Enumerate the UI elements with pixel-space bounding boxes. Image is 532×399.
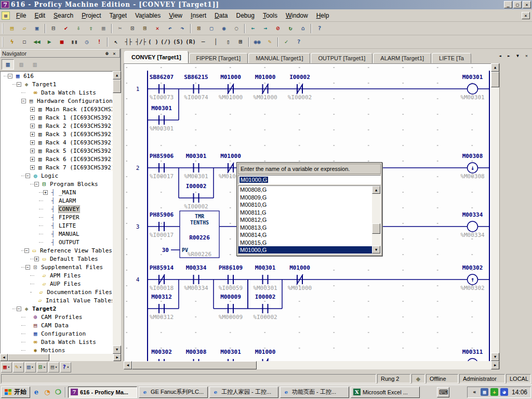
home-icon[interactable]: ⌂ [297, 23, 309, 34]
navigator-hscrollbar[interactable]: ◀ ▶ [0, 354, 121, 361]
scroll-right-icon[interactable]: ▶ [113, 354, 121, 361]
tree-row[interactable]: −◆Target1 [1, 80, 112, 88]
editor-hscrollbar[interactable]: ◀ ▶ [124, 361, 499, 369]
ladder-view-icon[interactable]: ▨ [15, 59, 28, 70]
coil-set-tool-icon[interactable]: (S) [172, 37, 184, 47]
scroll-right-icon[interactable]: ▶ [491, 361, 499, 369]
upload-icon[interactable]: ⇧ [85, 23, 97, 34]
expand-minus-icon[interactable]: − [8, 74, 12, 78]
menu-search[interactable]: Search [49, 10, 77, 21]
expand-minus-icon[interactable]: − [17, 82, 21, 87]
expand-plus-icon[interactable]: + [30, 149, 35, 153]
pointer-tool-icon[interactable]: ↖ [110, 37, 122, 47]
scroll-up-icon[interactable]: ▲ [113, 71, 121, 79]
expand-minus-icon[interactable]: − [24, 248, 29, 253]
call-tool-icon[interactable]: ⊞ [235, 37, 246, 47]
function-block-tool-icon[interactable]: ▯ [222, 37, 234, 47]
variable-name-input[interactable]: M01000,G [238, 175, 381, 184]
tree-row[interactable]: ┤LIFTE [1, 221, 112, 230]
tree-row[interactable]: +▥Rack 3 (IC693CHS392) [1, 130, 112, 138]
scroll-up-icon[interactable]: ▲ [491, 63, 499, 72]
toolbar-grip[interactable] [2, 37, 4, 47]
variable-list-item[interactable]: M00814,G [238, 231, 373, 239]
popup-scrollbar[interactable]: ▲ ▼ [372, 186, 380, 254]
dropdown-arrow-icon[interactable]: ▾ [43, 365, 45, 369]
menu-variables[interactable]: Variables [131, 10, 165, 21]
navigator-vscrollbar[interactable]: ▲ ▼ [113, 71, 121, 354]
expand-minus-icon[interactable]: − [25, 265, 30, 270]
tree-row[interactable]: −⊡Supplemental Files [1, 263, 112, 271]
coil-reset-tool-icon[interactable]: (R) [185, 37, 196, 47]
menu-file[interactable]: File [12, 10, 30, 21]
find-in-blocks-icon[interactable]: ◉◉ [251, 37, 263, 47]
scroll-left-icon[interactable]: ◀ [124, 361, 132, 369]
close-icon[interactable]: ✕ [111, 50, 118, 57]
coil[interactable] [468, 221, 478, 232]
back-icon[interactable]: ← [247, 23, 259, 34]
cut-icon[interactable]: ✂ [114, 23, 126, 34]
tab-fipper[interactable]: FIPPER [Target1] [189, 53, 248, 63]
toolbar-grip[interactable] [2, 23, 4, 34]
pin-icon[interactable]: ⊕ [103, 50, 111, 57]
variable-list-item[interactable]: M00815,G [238, 239, 373, 247]
taskbar-task[interactable]: 7616 - Proficy Ma... [68, 387, 137, 398]
timer-icon[interactable]: ◷ [81, 37, 92, 47]
clock-quicklaunch-icon[interactable]: ◔ [43, 388, 52, 397]
expand-minus-icon[interactable]: − [25, 174, 30, 178]
tree-row[interactable]: −◆Target2 [1, 304, 112, 313]
tab-lifte[interactable]: LIFTE [Ta [432, 53, 471, 63]
scroll-thumb[interactable] [113, 79, 121, 93]
tree-row[interactable]: ▱Initial Value Tables [1, 296, 112, 304]
undo-icon[interactable]: ↶ [164, 23, 176, 34]
help-topics-icon[interactable]: ? [314, 23, 325, 34]
variable-list-item[interactable]: M00811,G [238, 209, 373, 217]
tree-row[interactable]: ┤FIPPER [1, 213, 112, 221]
accept-icon[interactable]: ✓ [281, 37, 292, 47]
edit-tools-button[interactable]: ✎▾ [13, 362, 24, 373]
tree-row[interactable]: −▭Reference View Tables [1, 246, 112, 255]
scroll-thumb[interactable] [132, 361, 257, 369]
contact-nc-tool-icon[interactable]: ┤/├ [135, 37, 147, 47]
coil[interactable] [468, 84, 478, 94]
dropdown-arrow-icon[interactable]: ▾ [55, 365, 57, 369]
ie-quicklaunch-icon[interactable]: e [32, 388, 41, 397]
tree-row[interactable]: −◍Logic [1, 171, 112, 180]
taskbar-task[interactable]: eGE Fanuc系列PLC... [139, 387, 208, 398]
tree-row[interactable]: ⊕CAM Profiles [1, 313, 112, 321]
coil-tool-icon[interactable]: ( ) [148, 37, 159, 47]
messenger-tray-icon[interactable]: ◕ [500, 388, 508, 396]
data-watch-icon[interactable]: ◉ [218, 23, 230, 34]
menu-debug[interactable]: Debug [232, 10, 258, 21]
taskbar-task[interactable]: e工控人家园 - 工控... [209, 387, 278, 398]
editor-vscrollbar[interactable]: ▲ ▼ [491, 63, 499, 361]
project-tab-button[interactable]: ▦▾ [1, 362, 12, 373]
tree-row[interactable]: ┤OUTPUT [1, 238, 112, 246]
tree-row[interactable]: ▱AUP Files [1, 280, 112, 288]
tree-row[interactable]: ▤CAM Data [1, 321, 112, 329]
expand-minus-icon[interactable]: − [17, 307, 21, 311]
scroll-up-icon[interactable]: ▲ [372, 186, 380, 194]
variable-list-item[interactable]: M00810,G [238, 201, 373, 209]
dropdown-arrow-icon[interactable]: ▾ [19, 365, 21, 369]
forward-icon[interactable]: → [260, 23, 271, 34]
tab-output[interactable]: OUTPUT [Target1] [311, 53, 373, 63]
tree-row[interactable]: ┤MANUAL [1, 230, 112, 238]
wire-horizontal-tool-icon[interactable]: ─ [197, 37, 209, 47]
tree-row[interactable]: +▥Rack 7 (IC693CHS392) [1, 163, 112, 171]
run-mode-icon[interactable]: ϟ [6, 37, 18, 47]
variable-list-item[interactable]: M00808,G [238, 186, 373, 194]
menu-window[interactable]: Window [282, 10, 312, 21]
toolchest-icon[interactable]: ⊠ [193, 23, 205, 34]
online-icon[interactable]: ▦ [98, 23, 109, 34]
scroll-thumb[interactable] [372, 223, 380, 234]
tree-row[interactable]: ∞Data Watch Lists [1, 88, 112, 97]
expand-plus-icon[interactable]: + [30, 115, 35, 120]
menu-help[interactable]: Help [312, 10, 334, 21]
tree-row[interactable]: −▤Hardware Configuration [1, 97, 112, 105]
tree-row[interactable]: +┤_MAIN [1, 188, 112, 196]
copy-icon[interactable]: ⊡ [127, 23, 138, 34]
collapse-chevron-icon[interactable]: « [471, 388, 478, 396]
pause-icon[interactable]: ▮▮ [69, 37, 80, 47]
halt-icon[interactable]: ■ [56, 37, 68, 47]
paste-icon[interactable]: ⊞ [139, 23, 151, 34]
